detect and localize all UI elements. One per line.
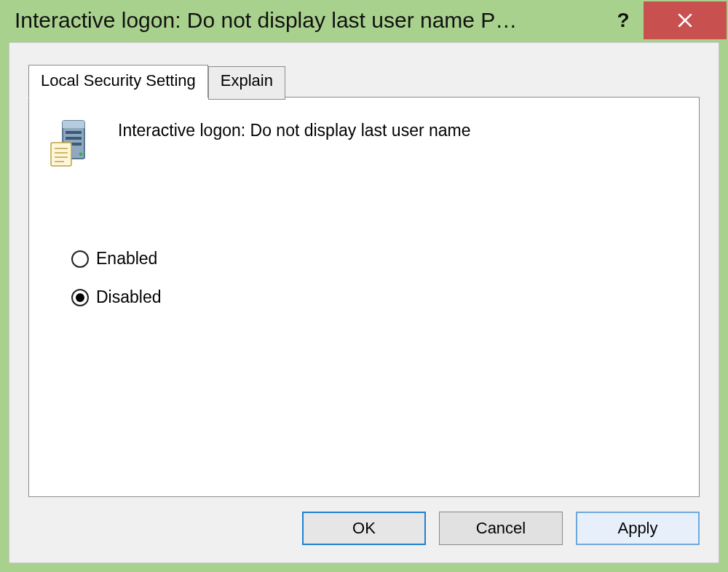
policy-server-icon <box>48 118 95 169</box>
tab-explain[interactable]: Explain <box>208 66 285 100</box>
cancel-button[interactable]: Cancel <box>439 512 563 545</box>
radio-enabled[interactable]: Enabled <box>71 249 699 269</box>
close-icon <box>676 11 695 30</box>
dialog-buttons: OK Cancel Apply <box>302 512 700 545</box>
svg-rect-5 <box>66 137 82 140</box>
help-icon[interactable]: ? <box>603 1 644 39</box>
tab-panel: Interactive logon: Do not display last u… <box>28 97 700 497</box>
radio-enabled-indicator <box>71 250 89 268</box>
close-button[interactable] <box>644 1 727 39</box>
title-controls: ? <box>603 1 727 39</box>
window-title: Interactive logon: Do not display last u… <box>15 8 603 33</box>
tab-strip: Local Security Setting Explain <box>28 65 700 98</box>
apply-button[interactable]: Apply <box>576 512 700 545</box>
svg-point-7 <box>79 153 83 156</box>
client-area: Local Security Setting Explain <box>9 42 719 563</box>
properties-dialog: Interactive logon: Do not display last u… <box>0 0 728 572</box>
policy-header: Interactive logon: Do not display last u… <box>29 98 699 169</box>
svg-rect-8 <box>51 143 71 166</box>
radio-disabled-indicator <box>71 289 89 306</box>
tab-local-security-setting[interactable]: Local Security Setting <box>28 65 208 98</box>
svg-rect-3 <box>63 121 84 128</box>
policy-name: Interactive logon: Do not display last u… <box>118 118 471 140</box>
ok-button[interactable]: OK <box>302 512 426 545</box>
radio-enabled-label: Enabled <box>96 249 157 269</box>
radio-group: Enabled Disabled <box>29 169 699 307</box>
title-bar: Interactive logon: Do not display last u… <box>1 1 727 39</box>
svg-rect-4 <box>66 131 82 134</box>
tab-container: Local Security Setting Explain <box>28 65 700 497</box>
radio-disabled[interactable]: Disabled <box>71 287 699 307</box>
radio-disabled-label: Disabled <box>96 287 162 307</box>
